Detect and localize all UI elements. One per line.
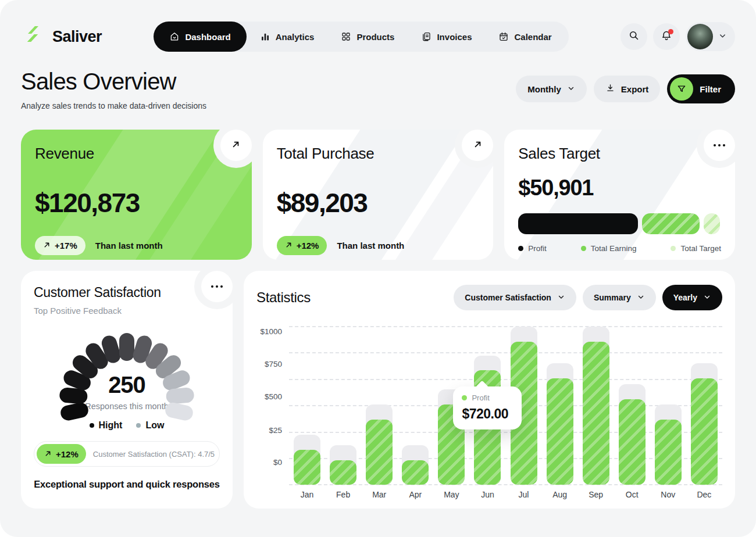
search-button[interactable]: [621, 23, 647, 50]
revenue-value: $120,873: [35, 187, 238, 219]
bar-dec: [691, 378, 718, 485]
total-target-dot-icon: [671, 246, 676, 251]
bar-aug: [547, 378, 573, 485]
calendar-icon: [498, 31, 509, 42]
notifications-button[interactable]: [653, 23, 680, 50]
nav-item-analytics[interactable]: Analytics: [247, 22, 328, 52]
bar-feb: [330, 460, 356, 485]
progress-segment-total-target: [704, 213, 720, 234]
bar-column-mar[interactable]: [361, 326, 397, 485]
bar-column-nov[interactable]: [650, 326, 686, 485]
bar-column-feb[interactable]: [325, 326, 361, 485]
bar-column-jan[interactable]: [289, 326, 325, 485]
chart-tooltip: Profit $720.00: [453, 386, 522, 429]
y-tick: $500: [265, 392, 282, 401]
export-button[interactable]: Export: [594, 76, 661, 102]
download-icon: [605, 83, 615, 95]
chevron-down-icon: [567, 84, 575, 94]
y-tick: $1000: [260, 327, 282, 336]
csat-score-text: Customer Satisfaction (CSAT): 4.7/5: [93, 450, 215, 459]
user-menu[interactable]: [686, 22, 735, 51]
bar-column-sep[interactable]: [578, 326, 614, 485]
brand-logo: Saliver: [21, 23, 102, 50]
metric-dropdown[interactable]: Customer Satisfaction: [454, 285, 576, 310]
sales-target-menu-button[interactable]: [704, 130, 735, 161]
satisfaction-subtitle: Top Positive Feedback: [34, 306, 220, 316]
y-tick: $0: [273, 458, 282, 467]
purchase-value: $89,203: [277, 187, 480, 219]
bar-apr: [402, 460, 429, 485]
revenue-open-button[interactable]: [220, 130, 252, 161]
satisfaction-menu-button[interactable]: [201, 271, 233, 302]
hight-dot-icon: [90, 423, 94, 428]
legend-item-hight: Hight: [90, 420, 123, 431]
month-label: May: [433, 490, 469, 499]
avatar: [687, 24, 713, 49]
y-tick: $25: [269, 426, 282, 435]
sales-target-legend: Profit Total Earning Total Target: [518, 244, 721, 253]
home-icon: [169, 31, 180, 42]
month-label: Jan: [289, 490, 325, 499]
bar-column-jun[interactable]: Profit $720.00: [469, 326, 505, 485]
gauge-segment: [119, 333, 134, 361]
page-controls: Monthly Export Filter: [516, 74, 735, 103]
nav-item-products[interactable]: Products: [327, 22, 408, 52]
grid-icon: [341, 31, 351, 42]
topbar-actions: [621, 22, 735, 51]
arrow-up-right-icon: [230, 139, 241, 152]
month-label: Feb: [325, 490, 361, 499]
satisfaction-legend: Hight Low: [34, 420, 220, 431]
low-dot-icon: [136, 423, 141, 428]
legend-item-profit: Profit: [518, 244, 547, 253]
profit-dot-icon: [462, 395, 467, 400]
customer-satisfaction-card: Customer Satisfaction Top Positive Feedb…: [21, 271, 233, 509]
bar-column-aug[interactable]: [542, 326, 578, 485]
chevron-down-icon: [637, 293, 645, 303]
dashboard-app: Saliver Dashboard An: [0, 0, 756, 537]
notification-dot: [668, 29, 673, 34]
total-purchase-card: Total Purchase $89,203 +12% Than last mo…: [263, 130, 494, 260]
arrow-up-right-icon: [472, 139, 483, 152]
summary-dropdown[interactable]: Summary: [583, 285, 656, 310]
month-labels: JanFebMarAprMayJunJulAugSepOctNovDec: [289, 490, 722, 499]
purchase-delta-badge: +12%: [277, 236, 327, 255]
legend-item-total-earning: Total Earning: [581, 244, 637, 253]
main-nav: Dashboard Analytics: [154, 22, 568, 52]
month-label: Jun: [469, 490, 505, 499]
bar-column-oct[interactable]: [614, 326, 650, 485]
purchase-delta-note: Than last month: [337, 241, 404, 250]
arrow-up-right-icon: [44, 449, 52, 459]
purchase-open-button[interactable]: [462, 130, 493, 161]
month-label: Oct: [614, 490, 650, 499]
brand-logo-icon: [21, 23, 45, 50]
revenue-title: Revenue: [35, 145, 238, 163]
bar-sep: [583, 342, 609, 485]
nav-item-calendar[interactable]: Calendar: [485, 22, 565, 52]
satisfaction-title: Customer Satisfaction: [34, 285, 220, 300]
nav-item-dashboard[interactable]: Dashboard: [154, 22, 246, 52]
bar-jan: [294, 450, 320, 485]
revenue-card: Revenue $120,873 +17% Than last month: [21, 130, 252, 260]
chevron-down-icon: [557, 293, 565, 303]
month-label: Apr: [397, 490, 433, 499]
topbar: Saliver Dashboard An: [21, 21, 735, 52]
ellipsis-icon: [211, 285, 223, 288]
filter-button[interactable]: Filter: [667, 74, 735, 103]
brand-name: Saliver: [52, 28, 102, 46]
chevron-down-icon: [703, 293, 711, 303]
analytics-icon: [260, 31, 270, 42]
statistics-card: Statistics Customer Satisfaction Summary: [244, 271, 735, 509]
bar-chart: $1000 $750 $500 $25 $0: [256, 326, 722, 499]
funnel-icon: [670, 77, 693, 101]
chevron-down-icon: [718, 31, 727, 42]
statistics-filters: Customer Satisfaction Summary Yearly: [454, 285, 722, 310]
tooltip-label: Profit: [472, 393, 489, 402]
bar-column-dec[interactable]: [686, 326, 722, 485]
progress-segment-total-earning: [642, 213, 700, 234]
range-dropdown[interactable]: Yearly: [662, 285, 722, 310]
period-dropdown[interactable]: Monthly: [516, 76, 587, 102]
invoice-icon: [421, 31, 432, 42]
bar-column-apr[interactable]: [397, 326, 433, 485]
nav-item-invoices[interactable]: Invoices: [408, 22, 485, 52]
month-label: Sep: [578, 490, 614, 499]
